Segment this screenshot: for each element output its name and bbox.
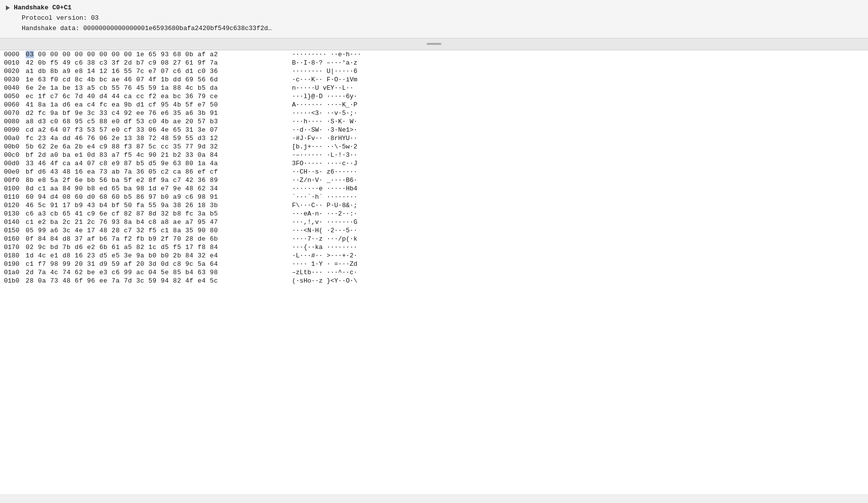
hex-bytes: c1 f7 98 99 20 31 d9 59 af 20 3d 0d c8 9… [26,260,282,268]
ascii-section: –zLtb··· ···^··c· [282,269,358,276]
hex-offset: 00e0 [0,168,26,176]
hex-offset: 0080 [0,118,26,125]
ascii-section: ····7··z ···/p(·k [282,235,358,243]
hex-offset: 0090 [0,126,26,134]
ascii-section: ·L···#·· >···+·2· [282,252,358,259]
hex-offset: 0100 [0,185,26,192]
ascii-section: ···eA·n· ···2··:· [282,210,358,217]
table-row[interactable]: 01008d c1 aa 84 90 b8 ed 65 ba 98 1d e7 … [0,184,868,193]
hex-bytes: 60 94 d4 08 60 d0 68 60 b5 86 97 b0 a9 c… [26,193,282,201]
hex-offset: 0150 [0,227,26,234]
table-row[interactable]: 006041 8a 1a d6 ea c4 fc ea 9b d1 cf 95 … [0,101,868,109]
hex-offset: 0010 [0,59,26,67]
table-row[interactable]: 011060 94 d4 08 60 d0 68 60 b5 86 97 b0 … [0,193,868,201]
hex-offset: 01a0 [0,269,26,276]
table-row[interactable]: 01a02d 7a 4c 74 62 be e3 c6 99 ac 04 5e … [0,268,868,277]
table-row[interactable]: 0070d2 fc 9a bf 9e 3c 33 c4 92 ee 76 e6 … [0,109,868,117]
table-row[interactable]: 0130c6 a3 cb 65 41 c9 6e cf 82 87 8d 32 … [0,210,868,218]
hex-bytes: bf d6 43 48 16 ea 73 ab 7a 36 05 c2 ca 8… [26,168,282,176]
triangle-icon [6,5,10,10]
hex-bytes: c6 a3 cb 65 41 c9 6e cf 82 87 8d 32 b8 f… [26,210,282,217]
hex-offset: 00f0 [0,177,26,184]
table-row[interactable]: 0190c1 f7 98 99 20 31 d9 59 af 20 3d 0d … [0,260,868,268]
table-row[interactable]: 012046 5c 91 17 b9 43 b4 bf 50 fa 55 9a … [0,201,868,210]
hex-bytes: 28 0a 73 48 6f 96 ee 7a 7d 3c 59 94 82 4… [26,277,282,285]
hex-offset: 0060 [0,101,26,108]
table-row[interactable]: 00b05b 62 2e 6a 2b e4 c9 88 f3 87 5c cc … [0,143,868,151]
table-row[interactable]: 001042 0b f5 49 c6 38 c3 3f 2d b7 c9 08 … [0,59,868,67]
hex-bytes: bf 2d a0 ba e1 0d 83 a7 f5 4c 90 21 b2 3… [26,151,282,159]
hex-offset: 00d0 [0,160,26,167]
table-row[interactable]: 00d033 46 4f ca a4 07 c8 e9 87 b5 d5 9e … [0,159,868,168]
hex-bytes: 02 9c bd 7b d6 e2 6b 61 a5 82 1c d5 f5 1… [26,244,282,251]
table-row[interactable]: 0090cd a2 64 07 f3 53 57 e0 cf 33 06 4e … [0,126,868,134]
hex-bytes: fc 23 4a dd 46 76 06 2e 13 38 72 48 59 5… [26,135,282,142]
ascii-section: ···,!,v· ·······G [282,218,358,226]
drag-handle[interactable] [427,43,441,45]
ascii-section: ···h···· ·S·K· W· [282,118,358,125]
hex-offset: 0190 [0,260,26,268]
handshake-data: Handshake data: 00000000000000001e659368… [22,24,868,34]
hex-bytes: 6e 2e 1a be 13 a5 cb 55 76 45 59 1a 88 4… [26,84,282,92]
table-row[interactable]: 00301e 63 f0 cd 8c 4b bc ae 46 07 4f 1b … [0,75,868,84]
table-row[interactable]: 000003 00 00 00 00 00 00 00 00 1e 65 93 … [0,50,868,59]
table-row[interactable]: 00406e 2e 1a be 13 a5 cb 55 76 45 59 1a … [0,84,868,92]
hex-offset: 0110 [0,193,26,201]
ascii-section: ·····<3· ··v·5·;· [282,109,358,117]
divider [0,38,868,50]
table-row[interactable]: 0140c1 e2 ba 2c 21 2c 76 93 8a b4 c8 a8 … [0,218,868,226]
table-row[interactable]: 015005 99 a6 3c 4e 17 48 28 c7 32 f5 c1 … [0,226,868,235]
handshake-details: Protocol version: 03 Handshake data: 000… [22,13,868,34]
hex-offset: 0160 [0,235,26,243]
table-row[interactable]: 00c0bf 2d a0 ba e1 0d 83 a7 f5 4c 90 21 … [0,151,868,159]
ascii-section: ········· ··e·h··· [282,51,361,58]
protocol-version: Protocol version: 03 [22,13,868,24]
ascii-section: ··CH··s· z6······ [282,168,358,176]
table-row[interactable]: 00e0bf d6 43 48 16 ea 73 ab 7a 36 05 c2 … [0,168,868,176]
hex-bytes: 8d c1 aa 84 90 b8 ed 65 ba 98 1d e7 9e 4… [26,185,282,192]
hex-bytes: ec 1f c7 6c 7d 40 d4 44 ca cc f2 ea bc 3… [26,93,282,100]
table-row[interactable]: 00a0fc 23 4a dd 46 76 06 2e 13 38 72 48 … [0,134,868,143]
hex-offset: 0180 [0,252,26,259]
ascii-section: ·#J·Fv·· ·8rHYU·· [282,135,358,142]
handshake-header: Handshake C0+C1 [6,4,868,11]
ascii-section: ·······e ·····Hb4 [282,185,358,192]
ascii-section: ·c···K·· F·O··iVm [282,76,358,83]
table-row[interactable]: 0020a1 db 8b a9 e8 14 12 16 55 7c e7 07 … [0,67,868,75]
hex-offset: 0030 [0,76,26,83]
ascii-section: A······· ····K_·P [282,101,358,108]
ascii-section: `···`·h` ········ [282,193,358,201]
hex-bytes: 2d 7a 4c 74 62 be e3 c6 99 ac 04 5e 85 b… [26,269,282,276]
ascii-section: 3FO····· ····c··J [282,160,358,167]
table-row[interactable]: 01b028 0a 73 48 6f 96 ee 7a 7d 3c 59 94 … [0,277,868,285]
table-row[interactable]: 01801d 4c e1 d8 16 23 d5 e5 3e 9a b0 b0 … [0,252,868,260]
hex-bytes: 46 5c 91 17 b9 43 b4 bf 50 fa 55 9a 38 2… [26,202,282,209]
table-row[interactable]: 0050ec 1f c7 6c 7d 40 d4 44 ca cc f2 ea … [0,92,868,101]
top-section: Handshake C0+C1 Protocol version: 03 Han… [0,0,868,38]
table-row[interactable]: 01600f 84 84 d8 37 af b6 7a f2 fb b9 2f … [0,235,868,243]
hex-bytes: d2 fc 9a bf 9e 3c 33 c4 92 ee 76 e6 35 a… [26,109,282,117]
hex-bytes: 03 00 00 00 00 00 00 00 00 1e 65 93 68 0… [26,51,282,58]
hex-viewer: 000003 00 00 00 00 00 00 00 00 1e 65 93 … [0,50,868,494]
table-row[interactable]: 017002 9c bd 7b d6 e2 6b 61 a5 82 1c d5 … [0,243,868,252]
table-row[interactable]: 00f08b e8 5a 2f 6e bb 56 ba 5f e2 8f 9a … [0,176,868,184]
hex-bytes: 1d 4c e1 d8 16 23 d5 e5 3e 9a b0 b0 2b 8… [26,252,282,259]
hex-bytes: 41 8a 1a d6 ea c4 fc ea 9b d1 cf 95 4b 5… [26,101,282,108]
hex-offset: 0040 [0,84,26,92]
ascii-section: (·sHo··z }<Y··O·\ [282,277,358,285]
ascii-section: n·····U vEY··L·· [282,84,354,92]
ascii-section: ···<N·H( ·2···5·· [282,227,358,234]
hex-bytes: 8b e8 5a 2f 6e bb 56 ba 5f e2 8f 9a c7 4… [26,177,282,184]
ascii-section: ···l}@·D ·····6y· [282,93,358,100]
ascii-section: [b.j+··· ··\·5w·2 [282,143,358,150]
hex-offset: 0050 [0,93,26,100]
hex-bytes: 0f 84 84 d8 37 af b6 7a f2 fb b9 2f 70 2… [26,235,282,243]
hex-bytes: 05 99 a6 3c 4e 17 48 28 c7 32 f5 c1 8a 3… [26,227,282,234]
hex-bytes: cd a2 64 07 f3 53 57 e0 cf 33 06 4e 65 3… [26,126,282,134]
hex-bytes: a8 d3 c0 68 95 c5 88 e0 df 53 c0 4b ae 2… [26,118,282,125]
table-row[interactable]: 0080a8 d3 c0 68 95 c5 88 e0 df 53 c0 4b … [0,117,868,126]
ascii-section: B··I·8·? –···'a·z [282,59,358,67]
ascii-section: ··d··SW· ·3·Ne1>· [282,126,358,134]
ascii-section: ··Z/n·V· _····B6· [282,177,358,184]
hex-bytes: a1 db 8b a9 e8 14 12 16 55 7c e7 07 c6 d… [26,68,282,75]
